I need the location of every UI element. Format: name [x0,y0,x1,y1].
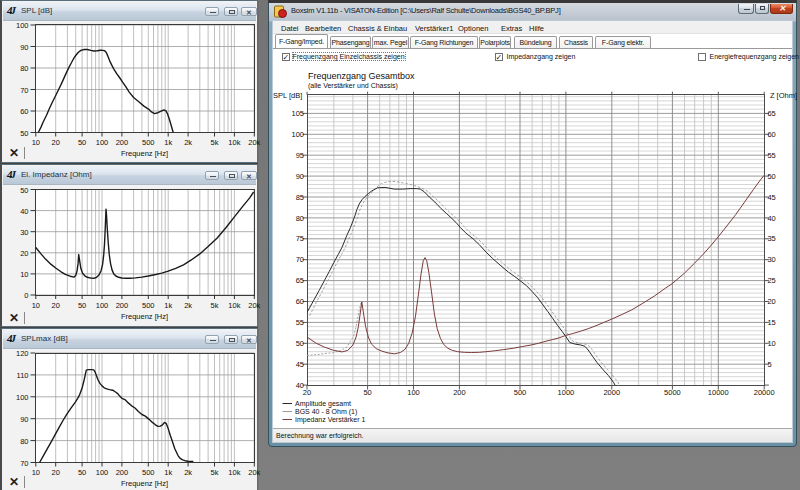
svg-text:10: 10 [20,270,28,279]
svg-text:100: 100 [16,22,29,30]
svg-text:Frequenz [Hz]: Frequenz [Hz] [121,479,168,488]
svg-text:100: 100 [96,301,109,310]
svg-text:200: 200 [116,301,129,310]
svg-text:500: 500 [142,468,155,477]
svg-text:65: 65 [296,276,304,285]
svg-text:25: 25 [767,276,775,285]
svg-text:80: 80 [296,214,304,223]
svg-text:BGS 40 - 8 Ohm (1): BGS 40 - 8 Ohm (1) [295,408,357,416]
svg-text:30: 30 [767,255,775,264]
svg-text:60: 60 [20,107,28,116]
svg-text:200: 200 [116,138,129,147]
svg-text:100: 100 [16,393,29,402]
svg-text:20k: 20k [248,301,260,310]
svg-text:50: 50 [78,138,86,147]
svg-text:SPL [dB]: SPL [dB] [273,91,302,100]
svg-text:Z [Ohm]: Z [Ohm] [770,91,797,100]
svg-text:20: 20 [52,301,60,310]
svg-text:80: 80 [20,437,28,446]
svg-text:90: 90 [20,43,28,52]
svg-text:50: 50 [78,468,86,477]
svg-text:1000: 1000 [558,388,575,397]
svg-text:55: 55 [296,318,304,327]
svg-text:50: 50 [296,339,304,348]
svg-text:5k: 5k [211,301,219,310]
svg-text:20k: 20k [248,138,260,147]
svg-text:1k: 1k [164,138,172,147]
svg-text:2000: 2000 [603,388,620,397]
svg-text:105: 105 [291,109,304,118]
svg-text:40: 40 [767,214,775,223]
svg-text:10: 10 [767,339,775,348]
svg-text:10k: 10k [228,301,240,310]
svg-text:2k: 2k [184,301,192,310]
svg-text:2k: 2k [184,468,192,477]
svg-text:20k: 20k [248,468,260,477]
svg-text:1k: 1k [164,301,172,310]
svg-text:50: 50 [78,301,86,310]
svg-text:110: 110 [17,371,29,380]
svg-text:1k: 1k [164,468,172,477]
svg-text:90: 90 [296,172,304,181]
svg-text:30: 30 [20,228,28,237]
svg-text:100: 100 [291,130,304,139]
svg-text:45: 45 [767,193,775,202]
svg-text:60: 60 [296,297,304,306]
svg-text:20: 20 [767,297,775,306]
svg-text:200: 200 [116,468,129,477]
svg-text:100: 100 [96,468,109,477]
svg-text:15: 15 [767,318,775,327]
svg-text:Frequenz [Hz]: Frequenz [Hz] [121,312,168,321]
svg-text:10: 10 [32,138,40,147]
svg-text:20: 20 [303,388,311,397]
svg-text:70: 70 [296,255,304,264]
svg-text:Frequenz [Hz]: Frequenz [Hz] [121,149,168,158]
svg-text:5000: 5000 [664,388,681,397]
svg-text:5k: 5k [211,138,219,147]
svg-text:200: 200 [453,388,466,397]
svg-text:50: 50 [20,186,28,195]
svg-text:10000: 10000 [708,388,729,397]
svg-text:50: 50 [20,129,28,138]
svg-text:20000: 20000 [754,388,775,397]
svg-text:0: 0 [24,291,28,300]
svg-text:10k: 10k [228,138,240,147]
svg-text:20: 20 [20,249,28,258]
svg-text:Amplitude gesamt: Amplitude gesamt [295,400,351,408]
svg-text:40: 40 [20,207,28,216]
svg-text:5: 5 [767,360,771,369]
svg-text:10: 10 [32,301,40,310]
svg-text:500: 500 [514,388,527,397]
svg-text:2k: 2k [184,138,192,147]
svg-text:Impedanz Verstärker 1: Impedanz Verstärker 1 [295,416,366,424]
svg-text:90: 90 [20,415,28,424]
svg-text:120: 120 [16,350,29,358]
svg-text:65: 65 [767,109,775,118]
svg-text:10k: 10k [228,468,240,477]
svg-text:50: 50 [363,388,371,397]
svg-text:500: 500 [142,138,155,147]
svg-text:70: 70 [20,459,28,468]
svg-text:5k: 5k [211,468,219,477]
svg-text:20: 20 [52,468,60,477]
svg-text:50: 50 [767,172,775,181]
svg-text:10: 10 [32,468,40,477]
svg-text:20: 20 [52,138,60,147]
svg-text:95: 95 [296,151,304,160]
svg-text:100: 100 [407,388,420,397]
svg-text:45: 45 [296,360,304,369]
svg-text:35: 35 [767,234,775,243]
svg-text:75: 75 [296,234,304,243]
svg-text:500: 500 [142,301,155,310]
svg-text:80: 80 [20,64,28,73]
svg-text:60: 60 [767,130,775,139]
svg-text:70: 70 [20,86,28,95]
svg-text:100: 100 [96,138,109,147]
svg-text:85: 85 [296,193,304,202]
svg-text:55: 55 [767,151,775,160]
